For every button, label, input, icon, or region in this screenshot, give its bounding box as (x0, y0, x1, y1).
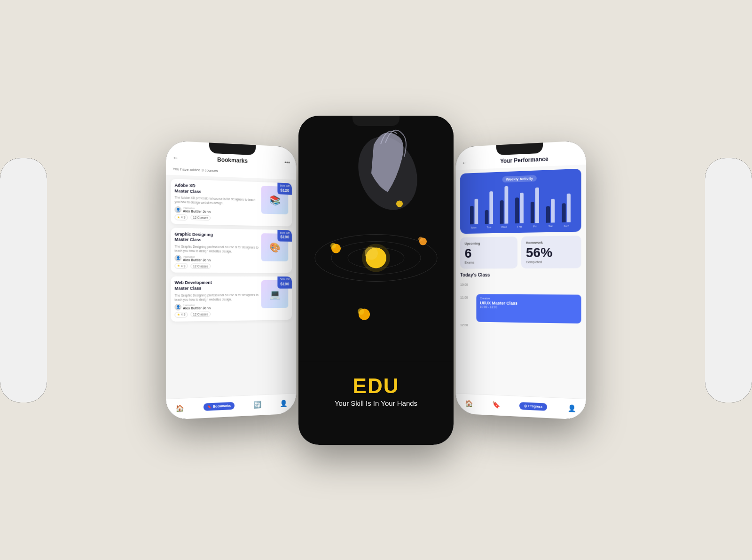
phone-far-right (705, 158, 752, 402)
homework-label: Homework (526, 241, 543, 245)
card-meta-2: ★ 4.9 12 Classes (175, 263, 258, 269)
bar-tue-dark (485, 210, 488, 224)
card-instructor-3: 👤 Instructor Alex Buttler John (175, 303, 258, 310)
svg-point-12 (418, 237, 423, 241)
solar-system-visual (298, 116, 454, 363)
perf-title: Your Performance (471, 154, 580, 166)
phone-edu-splash: EDU Your Skill Is In Your Hands (298, 116, 454, 445)
price-1: $120 (280, 188, 290, 193)
bar-pair-sat (546, 198, 555, 222)
off-text-3: 50% Off (280, 278, 290, 282)
star-icon-2: ★ (177, 264, 180, 268)
perf-nav-bookmark[interactable]: 🔖 (492, 400, 500, 408)
phone-bookmarks: ← Bookmarks ••• You have added 3 courses… (166, 140, 296, 419)
bar-thu-light (520, 192, 524, 223)
class-block-uiux[interactable]: Creative UI/UX Master Class 10:00 - 12:0… (476, 294, 581, 323)
homework-card: Homework 56% Completed (521, 235, 581, 268)
phone-notch-right (496, 142, 543, 155)
card-desc-1: The Adobe XD professional course is for … (175, 195, 258, 206)
card-desc-3: The Graphic Designing professional cours… (175, 292, 258, 301)
completed-label: Completed (526, 260, 542, 263)
solar-svg (298, 116, 454, 363)
card-body-3: Web DevelopmentMaster Class The Graphic … (175, 280, 289, 317)
bar-mon-light (474, 198, 478, 224)
more-options-icon[interactable]: ••• (284, 159, 290, 166)
bar-fri-dark (531, 202, 534, 223)
nav-profile[interactable]: 👤 (280, 399, 287, 407)
nav-refresh[interactable]: 🔄 (253, 400, 261, 408)
card-body-1: Adobe XDMaster Class The Adobe XD profes… (175, 182, 289, 222)
bar-wed-dark (500, 200, 504, 224)
bar-pair-fri (531, 187, 539, 223)
bar-sun-light (567, 193, 571, 222)
card-instructor-2: 👤 Instructor Alex Buttler John (175, 254, 258, 262)
day-sun: Sun (561, 224, 572, 227)
back-icon[interactable]: ← (172, 154, 178, 161)
star-icon: ★ (177, 215, 180, 219)
off-text-2: 50% Off (280, 231, 290, 235)
bar-pair-wed (500, 186, 509, 223)
card-desc-2: The Graphic Designing professional cours… (175, 244, 258, 253)
todays-class-title: Today's Class (460, 272, 581, 277)
bar-pair-thu (515, 192, 524, 223)
bar-sat-light (551, 198, 555, 222)
bar-sat-dark (546, 206, 550, 223)
edu-brand: EDU (335, 376, 417, 396)
bar-sun-dark (562, 203, 566, 222)
card-info-1: Adobe XDMaster Class The Adobe XD profes… (175, 182, 258, 221)
course-card-1[interactable]: 50% Off $120 Adobe XDMaster Class The Ad… (171, 179, 292, 226)
course-card-2[interactable]: 50% Off $190 Graphic DesigningMaster Cla… (171, 228, 292, 273)
class-time-range: 10:00 - 12:00 (480, 305, 577, 309)
bar-tue-light (489, 191, 493, 223)
rating-1: ★ 4.9 (175, 214, 188, 220)
price-3: $190 (280, 281, 290, 286)
phone-notch-center (352, 116, 400, 126)
nav-home[interactable]: 🏠 (176, 404, 184, 412)
bar-fri-light (535, 187, 539, 223)
progress-circle-icon: ◎ (524, 403, 527, 407)
instructor-label-3: Instructor (183, 303, 211, 307)
instructor-avatar-3: 👤 (175, 303, 181, 310)
bar-thu-dark (515, 197, 519, 223)
star-icon-3: ★ (177, 313, 180, 316)
bookmark-icon: 🔖 (207, 404, 212, 408)
class-category: Creative (480, 297, 577, 300)
perf-nav-profile[interactable]: 👤 (568, 404, 576, 412)
perf-nav-progress-btn[interactable]: ◎ Progress (519, 402, 547, 410)
bar-pair-tue (485, 191, 493, 224)
card-body-2: Graphic DesigningMaster Class The Graphi… (175, 231, 289, 269)
weekly-activity-title: Weekly Activity (502, 175, 537, 182)
course-card-3[interactable]: 50% Off $190 Web DevelopmentMaster Class… (171, 276, 292, 321)
instructor-label-2: Instructor (183, 255, 211, 258)
card-title-2: Graphic DesigningMaster Class (175, 231, 258, 244)
time-1000: 10:00 (460, 281, 473, 294)
phone-performance: ← Your Performance Weekly Activity (456, 140, 586, 419)
svg-point-8 (362, 244, 390, 272)
nav-bookmarks-active[interactable]: 🔖 Bookmarks (204, 402, 235, 410)
schedule-row-1100: 11:00 Creative UI/UX Master Class 10:00 … (460, 294, 581, 323)
instructor-info-3: Instructor Alex Buttler John (183, 303, 211, 310)
card-meta-1: ★ 4.9 12 Classes (175, 214, 258, 221)
card-instructor-1: 👤 Instructor Alex Buttler John (175, 206, 258, 215)
day-mon: Mon (469, 226, 479, 229)
bar-thu (515, 192, 524, 223)
card-info-3: Web DevelopmentMaster Class The Graphic … (175, 280, 258, 317)
instructor-info-2: Instructor Alex Buttler John (183, 255, 211, 261)
edu-text-block: EDU Your Skill Is In Your Hands (335, 376, 417, 445)
edu-tagline: Your Skill Is In Your Hands (335, 399, 417, 407)
perf-profile-icon: 👤 (568, 404, 576, 412)
classes-2: 12 Classes (191, 263, 211, 268)
day-tue: Tue (484, 226, 494, 229)
instructor-avatar-1: 👤 (175, 206, 181, 213)
perf-nav-home[interactable]: 🏠 (465, 399, 473, 407)
perf-back-icon[interactable]: ← (462, 159, 467, 166)
off-text-1: 50% Off (280, 184, 290, 188)
card-meta-3: ★ 4.9 12 Classes (175, 311, 258, 317)
performance-body: Weekly Activity (456, 165, 586, 399)
bar-wed (500, 186, 509, 223)
bookmarks-nav-label: Bookmarks (213, 404, 231, 408)
instructor-name-2: Alex Buttler John (183, 258, 211, 261)
bar-pair-mon (470, 198, 478, 224)
day-sat: Sat (545, 224, 556, 228)
bookmarks-screen: ← Bookmarks ••• You have added 3 courses… (166, 140, 296, 419)
